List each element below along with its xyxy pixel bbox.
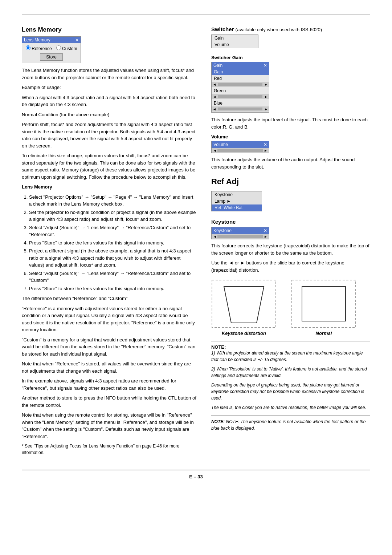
volume-left-arrow-icon[interactable]: ◄ bbox=[212, 149, 217, 153]
ref-adj-title: Ref Adj bbox=[211, 177, 370, 188]
volume-slider-bar bbox=[217, 149, 263, 152]
gain-row-gain: Gain bbox=[212, 69, 269, 75]
volume-right-arrow-icon[interactable]: ► bbox=[263, 149, 268, 153]
note-section: NOTE: 1) With the projector aimed direct… bbox=[211, 341, 370, 411]
keystone-right-arrow-icon[interactable]: ► bbox=[263, 235, 268, 239]
lens-memory-eliminate-text: To eliminate this size change, optimum v… bbox=[22, 152, 197, 181]
lens-memory-content: Reference Custom Store bbox=[22, 43, 81, 63]
keystone-desc2: Use the ◄ or ► buttons on the slide bar … bbox=[211, 259, 370, 274]
volume-titlebar: Volume ✕ bbox=[212, 141, 269, 148]
keystone-label: Keystone bbox=[211, 219, 370, 225]
keystone-slider[interactable]: ◄ ► bbox=[212, 234, 269, 239]
lens-memory-example-text: When a signal with 4:3 aspect ratio and … bbox=[22, 94, 197, 108]
note-info: Another method to store is to press the … bbox=[22, 394, 197, 409]
keystone-slider-bar bbox=[217, 235, 263, 238]
diff-label: The difference between "Reference" and "… bbox=[22, 295, 197, 302]
volume-title-label: Volume bbox=[213, 142, 228, 147]
volume-description: This feature adjusts the volume of the a… bbox=[211, 156, 370, 170]
switcher-title: Switcher (available only when used with … bbox=[211, 26, 370, 32]
reference-desc: "Reference" is a memory with adjustment … bbox=[22, 305, 197, 333]
radio-row: Reference Custom bbox=[26, 45, 77, 51]
radio-custom[interactable]: Custom bbox=[56, 45, 77, 51]
ref-adj-section: Ref Adj Keystone Lamp ► Ref. White Bal. … bbox=[211, 177, 370, 432]
close-icon[interactable]: ✕ bbox=[75, 37, 79, 42]
note-3: Depending on the type of graphics being … bbox=[211, 382, 370, 401]
keystone-left-arrow-icon[interactable]: ◄ bbox=[212, 235, 217, 239]
store-button[interactable]: Store bbox=[40, 53, 63, 61]
refadj-keystone[interactable]: Keystone bbox=[212, 191, 262, 198]
note-1: 1) With the projector aimed directly at … bbox=[211, 350, 370, 363]
lens-memory-titlebar: Lens Memory ✕ bbox=[22, 37, 81, 43]
switcher-gain-label: Switcher Gain bbox=[211, 55, 370, 60]
gain-row-red: Red bbox=[212, 75, 269, 82]
note-overwrite: Note that when "Reference" is stored, al… bbox=[22, 360, 197, 374]
radio-reference[interactable]: Reference bbox=[26, 45, 52, 51]
left-arrow-icon3[interactable]: ◄ bbox=[212, 107, 217, 111]
lens-memory-sub-label: Lens Memory bbox=[22, 183, 197, 191]
lens-memory-steps: Select "Projector Options" → "Setup" → "… bbox=[29, 194, 197, 292]
refadj-menu: Keystone Lamp ► Ref. White Bal. bbox=[211, 191, 262, 211]
lens-memory-normal-label: Normal Condition (for the above example) bbox=[22, 111, 197, 118]
note-2: 2) When 'Resolution' is set to 'Native',… bbox=[211, 366, 370, 379]
normal-diagram: Normal bbox=[291, 279, 356, 336]
gain-title-label: Gain bbox=[213, 63, 222, 68]
gain-slider-red[interactable]: ◄ ► bbox=[212, 82, 269, 87]
volume-close-icon[interactable]: ✕ bbox=[264, 142, 267, 147]
keystone-distortion-diagram: Keystone distortion bbox=[211, 279, 277, 336]
bottom-note-label: NOTE: bbox=[211, 419, 226, 424]
note-remote: Note that when using the remote control … bbox=[22, 412, 197, 440]
radio-custom-input[interactable] bbox=[56, 45, 61, 50]
switcher-section: Switcher (available only when used with … bbox=[211, 26, 370, 170]
right-column: Switcher (available only when used with … bbox=[211, 26, 370, 459]
slider-bar-blue bbox=[218, 108, 262, 110]
slider-bar-red bbox=[218, 83, 262, 86]
right-arrow-icon3[interactable]: ► bbox=[263, 107, 269, 111]
step-4: Press "Store" to store the lens values f… bbox=[29, 239, 197, 247]
switcher-mini-menu: Gain Volume bbox=[211, 35, 258, 48]
gain-slider-green[interactable]: ◄ ► bbox=[212, 94, 269, 99]
step-3: Select "Adjust (Source)" → "Lens Memory"… bbox=[29, 224, 197, 238]
page-footer: E – 33 bbox=[22, 470, 370, 479]
keystone-desc1: This feature corrects the keystone (trap… bbox=[211, 242, 370, 256]
switcher-main-label: Switcher bbox=[211, 26, 234, 32]
step-5: Project a different signal (in the above… bbox=[29, 247, 197, 269]
page-number: E – 33 bbox=[189, 474, 203, 479]
radio-reference-input[interactable] bbox=[26, 45, 30, 50]
lens-memory-ui-box: Lens Memory ✕ Reference Custom Store bbox=[22, 36, 81, 63]
switcher-menu-volume[interactable]: Volume bbox=[212, 41, 258, 48]
gain-row-blue: Blue bbox=[212, 100, 269, 106]
keystone-box: Keystone ✕ ◄ ► bbox=[211, 227, 269, 239]
keystone-distortion-label: Keystone distortion bbox=[222, 331, 266, 336]
svg-rect-0 bbox=[212, 280, 276, 328]
switcher-menu-gain[interactable]: Gain bbox=[212, 35, 258, 41]
gain-close-icon[interactable]: ✕ bbox=[264, 63, 267, 68]
right-arrow-icon[interactable]: ► bbox=[263, 82, 269, 86]
keystone-close-icon[interactable]: ✕ bbox=[264, 228, 267, 233]
gain-slider-blue[interactable]: ◄ ► bbox=[212, 106, 269, 112]
top-border bbox=[22, 15, 370, 15]
bottom-note-text: NOTE: The keystone feature is not availa… bbox=[211, 419, 366, 431]
keystone-titlebar: Keystone ✕ bbox=[212, 227, 269, 234]
switcher-subtitle: (available only when used with ISS-6020) bbox=[236, 27, 322, 32]
gain-box: Gain ✕ Gain Red ◄ ► Green ◄ ► Blue bbox=[211, 62, 269, 113]
step-2: Set the projector to no-signal condition… bbox=[29, 209, 197, 223]
right-arrow-icon2[interactable]: ► bbox=[263, 95, 269, 99]
slider-bar-green bbox=[218, 95, 262, 98]
svg-rect-2 bbox=[292, 280, 356, 328]
svg-marker-1 bbox=[224, 287, 264, 323]
step-1: Select "Projector Options" → "Setup" → "… bbox=[29, 194, 197, 208]
distortion-diagrams: Keystone distortion Normal bbox=[211, 279, 370, 336]
lens-memory-normal-text: Perform shift, focus* and zoom adjustmen… bbox=[22, 121, 197, 149]
volume-slider[interactable]: ◄ ► bbox=[212, 148, 269, 153]
volume-label: Volume bbox=[211, 134, 370, 139]
lens-memory-title: Lens Memory bbox=[22, 26, 197, 33]
left-arrow-icon2[interactable]: ◄ bbox=[212, 95, 217, 99]
normal-label: Normal bbox=[316, 331, 332, 336]
asterisk-note: * See "Tips on Adjusting Focus for Lens … bbox=[22, 443, 197, 456]
note-example: In the example above, signals with 4:3 a… bbox=[22, 377, 197, 392]
left-arrow-icon[interactable]: ◄ bbox=[212, 82, 217, 86]
refadj-ref-white-bal[interactable]: Ref. White Bal. bbox=[212, 204, 262, 211]
refadj-lamp[interactable]: Lamp ► bbox=[212, 198, 262, 204]
note-title: NOTE: bbox=[211, 344, 226, 350]
gain-row-green: Green bbox=[212, 88, 269, 94]
